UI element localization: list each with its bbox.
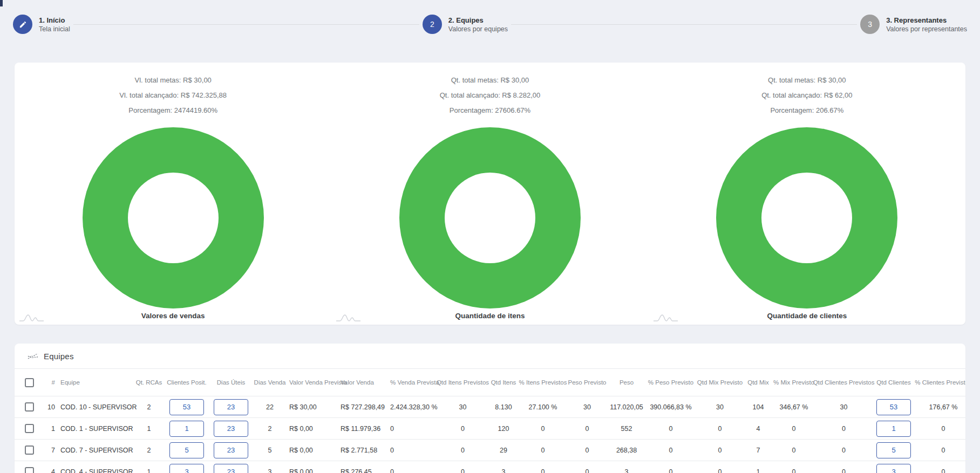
column-header-dias-uteis: Dias Úteis [209, 379, 253, 386]
clientes-posit-input[interactable] [169, 399, 204, 415]
edit-pencil-icon [19, 20, 27, 29]
cell-itens-previstos: 27.100 % [519, 403, 567, 411]
dias-uteis-input[interactable] [214, 442, 248, 458]
step-3-circle: 3 [860, 15, 880, 34]
cell-qtd-mix: 7 [744, 447, 772, 454]
column-header-valor-venda: Valor Venda [338, 379, 387, 386]
column-header-qtd-itens-previstos: Qtd Itens Previstos [437, 379, 488, 386]
cell-peso-previsto: 0 [567, 447, 607, 454]
cell-qtd-mix-previsto: 0 [696, 425, 744, 433]
donut-chart-valores-de-vendas [83, 127, 264, 309]
cell-qtd-clientes-previstos: 0 [815, 468, 872, 473]
column-header-qtd-mix: Qtd Mix [744, 379, 772, 386]
cell-col: 7 [39, 447, 58, 454]
qtd-clientes-input[interactable] [876, 421, 911, 437]
cell-qtd-itens-previstos: 30 [437, 403, 488, 411]
clientes-posit-input[interactable] [169, 442, 204, 458]
cell-dias-uteis [209, 399, 253, 415]
step-representantes[interactable]: 3 3. Representantes Valores por represen… [860, 15, 967, 34]
cell-col: 10 [39, 403, 58, 411]
equipes-table-card: Equipes #EquipeQt. RCAsClientes Posit.Di… [15, 344, 965, 473]
table-row: 10COD. 10 - SUPERVISOR222R$ 30,00R$ 727.… [15, 396, 965, 417]
cell-valor-venda: R$ 276,45 [338, 468, 387, 473]
cell-valor-venda-prevista: R$ 0,00 [287, 468, 338, 473]
column-header-venda-prevista: % Venda Prevista [387, 379, 437, 386]
step-connector-1 [73, 24, 419, 25]
step-2-title: 2. Equipes [448, 16, 508, 24]
wave-curve-icon [336, 313, 362, 323]
table-row: 7COD. 7 - SUPERVISOR25R$ 0,00R$ 2.771,58… [15, 439, 965, 461]
chart-title: Quantidade de clientes [767, 312, 847, 320]
column-header-clientes-posit: Clientes Posit. [165, 379, 209, 386]
qtd-clientes-input[interactable] [876, 399, 911, 415]
cell-peso-previsto: 0 [567, 425, 607, 433]
cell-itens-previstos: 0 [519, 425, 567, 433]
qtd-clientes-input[interactable] [876, 464, 911, 473]
cell-dias-uteis [209, 442, 253, 458]
cell-equipe: COD. 4 - SUPERVISOR [58, 468, 133, 473]
cell-qtd-clientes [872, 442, 915, 458]
cell-clientes-previstos: 0 [915, 425, 965, 433]
cell-qt-rcas: 2 [133, 403, 165, 411]
chart-panel-quantidade-de-clientes: Qt. total metas: R$ 30,00 Qt. total alca… [649, 63, 965, 325]
cell-qtd-clientes-previstos: 0 [815, 447, 872, 454]
chart-panel-valores-de-vendas: Vl. total metas: R$ 30,00 Vl. total alca… [15, 63, 331, 325]
cell-qt-rcas: 1 [133, 425, 165, 433]
clientes-posit-input[interactable] [169, 421, 204, 437]
cell-qtd-mix-previsto: 0 [696, 447, 744, 454]
step-2-circle: 2 [423, 15, 442, 34]
clientes-posit-input[interactable] [169, 464, 204, 473]
cell-itens-previstos: 0 [519, 447, 567, 454]
cell-clientes-posit [165, 464, 209, 473]
step-inicio[interactable]: 1. Início Tela inicial [13, 15, 70, 34]
chart-title: Quantidade de itens [455, 312, 525, 320]
column-header-peso-previsto: % Peso Previsto [646, 379, 696, 386]
column-header-qtd-mix-previsto: Qtd Mix Previsto [696, 379, 744, 386]
cell-qtd-mix: 104 [744, 403, 772, 411]
column-header-clientes-previstos: % Clientes Previstos [915, 379, 965, 386]
cell-qtd-itens: 3 [488, 468, 519, 473]
column-header-col: # [39, 379, 58, 386]
column-header-dias-venda: Dias Venda [253, 379, 287, 386]
select-all-checkbox[interactable] [25, 378, 34, 387]
cell-qtd-clientes-previstos: 30 [815, 403, 872, 411]
table-header-row: #EquipeQt. RCAsClientes Posit.Dias Úteis… [15, 369, 965, 396]
row-checkbox[interactable] [25, 445, 34, 455]
cell-equipe: COD. 10 - SUPERVISOR [58, 403, 133, 411]
column-header-mix-previsto: % Mix Previsto [772, 379, 815, 386]
table-row: 1COD. 1 - SUPERVISOR12R$ 0,00R$ 11.979,3… [15, 417, 965, 439]
column-header-qt-rcas: Qt. RCAs [133, 379, 165, 386]
cell-peso: 3 [607, 468, 646, 473]
cell-peso-previsto: 0 [646, 468, 696, 473]
cell-peso-previsto: 390.066,83 % [646, 403, 696, 411]
table-row: 4COD. 4 - SUPERVISOR13R$ 0,00R$ 276,4500… [15, 461, 965, 473]
stat-porcentagem: Porcentagem: 27606.67% [450, 106, 530, 115]
cell-peso-previsto: 30 [567, 403, 607, 411]
step-1-subtitle: Tela inicial [39, 25, 70, 33]
cell-qtd-itens: 8.130 [488, 403, 519, 411]
cell-dias-uteis [209, 421, 253, 437]
cell-venda-prevista: 0 [387, 468, 437, 473]
cell-qtd-itens: 29 [488, 447, 519, 454]
column-header-itens-previstos: % Itens Previstos [519, 379, 567, 386]
qtd-clientes-input[interactable] [876, 442, 911, 458]
checkbox-cell [19, 445, 39, 455]
cell-peso: 117.020,05 [607, 403, 646, 411]
chart-title: Valores de vendas [141, 312, 205, 320]
row-checkbox[interactable] [25, 424, 34, 433]
row-checkbox[interactable] [25, 467, 34, 473]
cell-clientes-previstos: 0 [915, 447, 965, 454]
stat-total-alcancado: Vl. total alcançado: R$ 742.325,88 [119, 91, 227, 100]
cell-equipe: COD. 7 - SUPERVISOR [58, 447, 133, 454]
step-1-title: 1. Início [39, 16, 70, 24]
stat-total-metas: Vl. total metas: R$ 30,00 [134, 76, 211, 85]
cell-dias-uteis [209, 464, 253, 473]
dias-uteis-input[interactable] [214, 464, 248, 473]
dias-uteis-input[interactable] [214, 421, 248, 437]
row-checkbox[interactable] [25, 402, 34, 412]
select-all-cell [19, 378, 39, 387]
dias-uteis-input[interactable] [214, 399, 248, 415]
cell-dias-venda: 2 [253, 425, 287, 433]
table-section-header: Equipes [15, 344, 965, 368]
step-equipes[interactable]: 2 2. Equipes Valores por equipes [423, 15, 508, 34]
